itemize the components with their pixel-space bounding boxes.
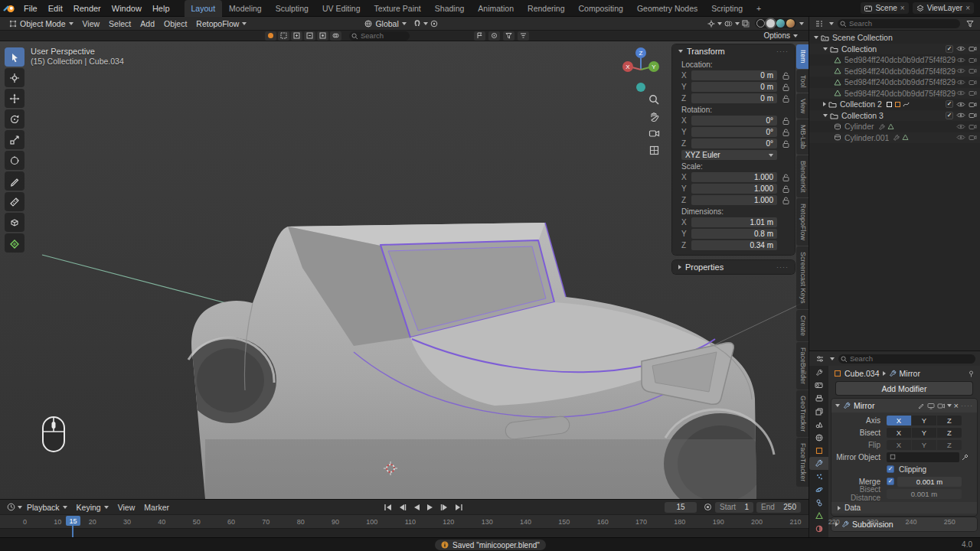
workspace-tab-compositing[interactable]: Compositing bbox=[572, 0, 630, 17]
outliner-search-input[interactable] bbox=[849, 19, 898, 28]
lock-icon[interactable] bbox=[781, 174, 790, 181]
merge-checkbox[interactable]: ✓ bbox=[887, 478, 894, 485]
select-mode-subtract-icon[interactable] bbox=[304, 31, 315, 41]
tool-select-box[interactable] bbox=[5, 47, 24, 67]
scale-y-field[interactable]: 1.000 bbox=[691, 184, 777, 194]
mode-selector[interactable]: Object Mode bbox=[5, 19, 78, 28]
expand-icon[interactable] bbox=[823, 114, 828, 117]
sidebar-tab-retopoflow[interactable]: RetopoFlow bbox=[796, 198, 808, 246]
lock-icon[interactable] bbox=[781, 95, 790, 103]
workspace-tab-scripting[interactable]: Scripting bbox=[704, 0, 750, 17]
transform-panel-header[interactable]: Transform ···· bbox=[672, 44, 795, 58]
properties-search-input[interactable] bbox=[850, 354, 899, 363]
outliner-row-collection-2[interactable]: Collection 2 ✓ bbox=[809, 99, 980, 110]
rotation-y-field[interactable]: 0° bbox=[691, 127, 777, 137]
outliner-row-collection-3[interactable]: Collection 3 ✓ bbox=[809, 110, 980, 122]
mirror-axis-x-button[interactable]: X bbox=[887, 416, 911, 425]
select-mode-invert-icon[interactable] bbox=[317, 31, 328, 41]
properties-tab-scene[interactable] bbox=[809, 418, 828, 431]
sidebar-tab-facebuilder[interactable]: FaceBuilder bbox=[796, 342, 808, 390]
jump-to-end-button[interactable] bbox=[452, 504, 466, 511]
shading-material-button[interactable] bbox=[776, 19, 785, 28]
properties-tab-modifiers[interactable] bbox=[809, 457, 828, 470]
expand-icon[interactable] bbox=[814, 36, 818, 39]
menu-render[interactable]: Render bbox=[68, 0, 106, 17]
modifier-render-toggle[interactable] bbox=[937, 403, 945, 409]
mirror-flip-x-button[interactable]: X bbox=[887, 440, 911, 450]
workspace-tab-animation[interactable]: Animation bbox=[471, 0, 521, 17]
snapping-filter-icon[interactable] bbox=[503, 31, 514, 41]
hide-eye-icon[interactable] bbox=[956, 90, 965, 96]
outliner-row-collection[interactable]: Collection ✓ bbox=[809, 44, 980, 55]
properties-tab-constraints[interactable] bbox=[809, 496, 828, 509]
location-y-field[interactable]: 0 m bbox=[691, 82, 777, 92]
workspace-tab-modeling[interactable]: Modeling bbox=[222, 0, 269, 17]
lock-icon[interactable] bbox=[781, 83, 790, 91]
disable-render-camera-icon[interactable] bbox=[969, 123, 977, 130]
options-dropdown[interactable]: Options bbox=[760, 31, 802, 40]
select-mode-new-icon[interactable] bbox=[278, 31, 289, 41]
workspace-tab-geometry-nodes[interactable]: Geometry Nodes bbox=[630, 0, 704, 17]
hide-eye-icon[interactable] bbox=[956, 123, 965, 130]
sidebar-tab-screencast-keys[interactable]: Screencast Keys bbox=[796, 246, 808, 309]
disable-render-camera-icon[interactable] bbox=[969, 112, 977, 119]
menu-file[interactable]: File bbox=[18, 0, 43, 17]
timeline-view-menu[interactable]: View bbox=[113, 503, 140, 512]
dimensions-z-field[interactable]: 0.34 m bbox=[691, 240, 777, 250]
select-mode-extend-icon[interactable] bbox=[291, 31, 302, 41]
zoom-icon[interactable] bbox=[648, 94, 660, 106]
modifier-realtime-toggle[interactable] bbox=[927, 403, 935, 409]
modifier-drag-dots[interactable]: ···· bbox=[961, 402, 973, 409]
play-reverse-button[interactable] bbox=[410, 504, 423, 511]
navigation-gizmo[interactable]: Z X Y bbox=[619, 44, 662, 93]
menu-window[interactable]: Window bbox=[106, 0, 147, 17]
view-filter-icon[interactable] bbox=[518, 31, 529, 41]
modifier-editmode-toggle[interactable] bbox=[917, 403, 925, 409]
current-frame-field[interactable]: 15 bbox=[665, 502, 697, 513]
expand-icon[interactable] bbox=[823, 47, 828, 51]
lock-icon[interactable] bbox=[781, 72, 790, 80]
mirror-flip-z-button[interactable]: Z bbox=[937, 440, 962, 450]
outliner-row-cylinder[interactable]: Cylinder bbox=[809, 121, 980, 132]
pan-hand-icon[interactable] bbox=[648, 111, 660, 122]
outliner-row-scene-collection[interactable]: Scene Collection bbox=[809, 32, 980, 44]
lock-icon[interactable] bbox=[781, 129, 790, 136]
mirror-object-field[interactable] bbox=[887, 452, 959, 462]
frame-start-field[interactable]: Start1 bbox=[715, 502, 753, 513]
timeline-channel-strip[interactable] bbox=[0, 528, 808, 537]
collection-exclude-checkbox[interactable]: ✓ bbox=[946, 100, 953, 108]
xray-toggle[interactable] bbox=[740, 20, 752, 28]
add-modifier-button[interactable]: Add Modifier bbox=[836, 382, 972, 395]
disable-render-camera-icon[interactable] bbox=[969, 67, 977, 74]
pin-icon[interactable] bbox=[968, 370, 975, 377]
properties-tab-object[interactable] bbox=[809, 444, 828, 457]
disable-render-camera-icon[interactable] bbox=[969, 90, 977, 96]
next-keyframe-button[interactable] bbox=[438, 504, 451, 511]
workspace-tab-uv-editing[interactable]: UV Editing bbox=[315, 0, 368, 17]
marker-flag-icon[interactable] bbox=[474, 31, 485, 41]
retopoflow-menu[interactable]: RetopoFlow bbox=[191, 19, 251, 28]
play-button[interactable] bbox=[424, 504, 436, 511]
sidebar-tab-geotracker[interactable]: GeoTracker bbox=[796, 390, 808, 437]
mirror-bisect-x-button[interactable]: X bbox=[887, 428, 911, 438]
lock-icon[interactable] bbox=[781, 117, 790, 125]
timeline-marker-menu[interactable]: Marker bbox=[139, 503, 174, 512]
workspace-tab-sculpting[interactable]: Sculpting bbox=[269, 0, 315, 17]
frame-end-field[interactable]: End250 bbox=[756, 502, 801, 513]
hide-eye-icon[interactable] bbox=[956, 79, 965, 86]
workspace-tab-shading[interactable]: Shading bbox=[428, 0, 472, 17]
tool-retopoflow[interactable] bbox=[5, 233, 24, 253]
properties-tab-render[interactable] bbox=[809, 379, 828, 392]
tool-cursor[interactable] bbox=[5, 68, 24, 87]
outliner-row-linked-mesh-3[interactable]: 5ed984ff240dcb0b9dd75f4f829 bbox=[809, 77, 980, 88]
properties-tab-world[interactable] bbox=[809, 431, 828, 444]
merge-threshold-field[interactable]: 0.001 m bbox=[897, 477, 962, 487]
sidebar-tab-facetracker[interactable]: FaceTracker bbox=[796, 438, 808, 487]
properties-tab-tool[interactable] bbox=[809, 366, 828, 379]
dimensions-y-field[interactable]: 0.8 m bbox=[691, 229, 777, 239]
rotation-mode-dropdown[interactable]: XYZ Euler bbox=[681, 150, 777, 160]
viewport-search-input[interactable] bbox=[361, 31, 410, 40]
workspace-tab-layout[interactable]: Layout bbox=[185, 0, 223, 17]
timeline-editor-icon[interactable] bbox=[5, 503, 18, 511]
viewport-search[interactable] bbox=[349, 31, 410, 41]
